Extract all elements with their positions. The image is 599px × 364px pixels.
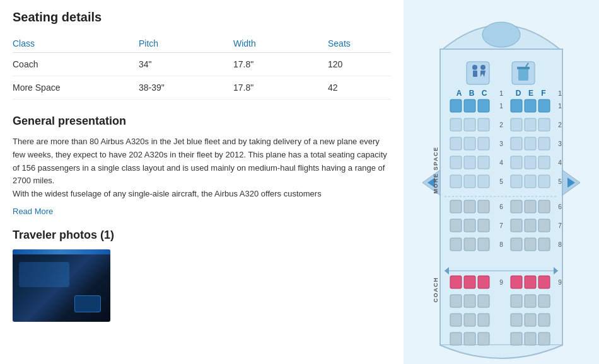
svg-rect-44 — [538, 175, 550, 188]
svg-rect-41 — [478, 175, 489, 188]
col-header-seats: Seats — [328, 35, 391, 53]
svg-rect-35 — [478, 156, 489, 169]
svg-rect-76 — [450, 314, 462, 326]
class-coach: Coach — [13, 53, 139, 76]
svg-rect-49 — [511, 200, 522, 213]
svg-rect-9 — [518, 68, 528, 81]
read-more-link[interactable]: Read More — [13, 207, 53, 216]
svg-rect-38 — [538, 156, 550, 169]
svg-rect-59 — [464, 238, 475, 251]
class-more-space: More Space — [13, 76, 139, 100]
svg-rect-64 — [450, 276, 462, 288]
traveler-photos-title: Traveler photos (1) — [13, 229, 391, 242]
svg-rect-17 — [478, 100, 489, 112]
row-num-3-left: 3 — [499, 140, 503, 147]
svg-rect-54 — [478, 219, 489, 232]
page-title: Seating details — [13, 10, 391, 25]
svg-rect-15 — [450, 100, 462, 112]
svg-rect-77 — [464, 314, 475, 326]
svg-rect-6 — [473, 71, 477, 77]
col-label-b: B — [469, 89, 475, 98]
svg-rect-47 — [464, 200, 475, 213]
row-num-9-left: 9 — [499, 279, 503, 286]
more-space-label: MORE SPACE — [433, 147, 439, 194]
svg-rect-79 — [511, 314, 522, 326]
svg-rect-74 — [525, 295, 536, 307]
svg-rect-86 — [525, 333, 536, 345]
row-num-8-right: 8 — [558, 241, 562, 248]
row-num-2-right: 2 — [558, 122, 562, 128]
width-coach: 17.8" — [233, 53, 328, 76]
row-num-6-left: 6 — [499, 203, 503, 210]
seat-map-panel: MORE SPACE COACH A B C 1 D E F 1 — [404, 0, 599, 364]
row-num-5-left: 5 — [499, 178, 503, 185]
svg-rect-62 — [525, 238, 536, 251]
traveler-photo-thumbnail[interactable] — [13, 249, 110, 322]
svg-rect-67 — [511, 276, 522, 288]
svg-rect-71 — [464, 295, 475, 307]
svg-rect-43 — [525, 175, 536, 188]
svg-rect-34 — [464, 156, 475, 169]
svg-rect-50 — [525, 200, 536, 213]
svg-rect-52 — [450, 219, 462, 232]
svg-rect-66 — [478, 276, 489, 288]
seat-map-svg: MORE SPACE COACH A B C 1 D E F 1 — [404, 0, 599, 364]
svg-rect-87 — [538, 333, 550, 345]
row-num-2-left: 2 — [499, 122, 503, 128]
row-num-4-left: 4 — [499, 159, 503, 166]
seating-table: Class Pitch Width Seats Coach 34" 17.8" … — [13, 35, 391, 100]
svg-rect-69 — [538, 276, 550, 288]
table-row: Coach 34" 17.8" 120 — [13, 53, 391, 76]
col-label-f: F — [541, 89, 545, 98]
svg-rect-28 — [464, 137, 475, 150]
svg-rect-81 — [538, 314, 550, 326]
row-num-9-right: 9 — [558, 279, 562, 286]
row-num-8-left: 8 — [499, 241, 503, 248]
row-num-5-right: 5 — [558, 178, 562, 185]
svg-point-3 — [482, 22, 520, 47]
svg-rect-21 — [450, 118, 462, 131]
svg-rect-39 — [450, 175, 462, 188]
svg-rect-19 — [525, 100, 536, 112]
col-header-class: Class — [13, 35, 139, 53]
svg-rect-27 — [450, 137, 462, 150]
svg-rect-26 — [538, 118, 550, 131]
col-label-a: A — [457, 89, 462, 98]
row-num-7-right: 7 — [558, 222, 562, 229]
row-num-1-right: 1 — [558, 103, 562, 110]
svg-rect-75 — [538, 295, 550, 307]
col-label-c: C — [482, 89, 487, 98]
svg-rect-22 — [464, 118, 475, 131]
row-num-4-right: 4 — [558, 159, 562, 166]
svg-rect-42 — [511, 175, 522, 188]
svg-rect-36 — [511, 156, 522, 169]
svg-rect-29 — [478, 137, 489, 150]
svg-rect-83 — [464, 333, 475, 345]
svg-rect-4 — [467, 62, 489, 84]
svg-rect-61 — [511, 238, 522, 251]
svg-rect-85 — [511, 333, 522, 345]
svg-rect-63 — [538, 238, 550, 251]
general-title: General presentation — [13, 115, 391, 128]
row-num-7-left: 7 — [499, 222, 503, 229]
svg-rect-25 — [525, 118, 536, 131]
svg-rect-55 — [511, 219, 522, 232]
svg-rect-68 — [525, 276, 536, 288]
col-header-left-num: 1 — [499, 89, 503, 97]
svg-rect-56 — [525, 219, 536, 232]
svg-rect-65 — [464, 276, 475, 288]
svg-rect-51 — [538, 200, 550, 213]
svg-rect-80 — [525, 314, 536, 326]
left-panel: Seating details Class Pitch Width Seats … — [0, 0, 404, 364]
svg-rect-72 — [478, 295, 489, 307]
table-row: More Space 38-39" 17.8" 42 — [13, 76, 391, 100]
svg-rect-23 — [478, 118, 489, 131]
row-num-3-right: 3 — [558, 140, 562, 147]
col-header-width: Width — [233, 35, 328, 53]
svg-rect-53 — [464, 219, 475, 232]
pitch-coach: 34" — [139, 53, 233, 76]
svg-rect-70 — [450, 295, 462, 307]
svg-rect-10 — [517, 67, 530, 69]
svg-rect-82 — [450, 333, 462, 345]
row-num-1-left: 1 — [499, 103, 503, 110]
